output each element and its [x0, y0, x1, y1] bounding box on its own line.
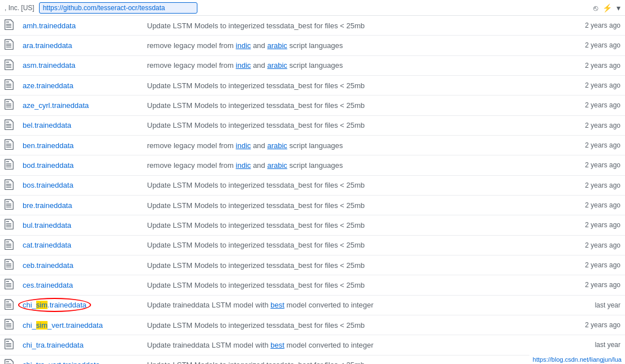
file-name-link[interactable]: aze_cyrl.traineddata — [23, 101, 89, 110]
file-type-icon — [0, 55, 18, 75]
commit-time: 2 years ago — [539, 275, 625, 295]
file-name-cell: chi_sim.traineddata — [18, 295, 143, 315]
file-name-link[interactable]: cat.traineddata — [23, 241, 71, 249]
file-name-link[interactable]: chi_sim.traineddata — [23, 301, 87, 309]
commit-message: Update LSTM Models to integerized tessda… — [143, 16, 539, 36]
table-row: cat.traineddataUpdate LSTM Models to int… — [0, 235, 625, 255]
file-name-link[interactable]: chi_tra_vert.traineddata — [23, 361, 100, 364]
file-name-link[interactable]: chi_tra.traineddata — [23, 341, 84, 349]
commit-message: Update LSTM Models to integerized tessda… — [143, 355, 539, 364]
commit-message: Update LSTM Models to integerized tessda… — [143, 96, 539, 115]
file-name-cell: bos.traineddata — [18, 175, 143, 195]
bolt-icon[interactable]: ⚡ — [602, 3, 612, 12]
file-type-icon — [0, 115, 18, 135]
table-row: chi_sim_vert.traineddataUpdate LSTM Mode… — [0, 315, 625, 335]
file-name-link[interactable]: asm.traineddata — [23, 61, 75, 70]
file-name-link[interactable]: bod.traineddata — [23, 161, 74, 170]
table-row: asm.traineddataremove legacy model from … — [0, 55, 625, 75]
commit-time: 2 years ago — [539, 155, 625, 175]
file-name-cell: amh.traineddata — [18, 16, 143, 36]
file-name-cell: chi_tra.traineddata — [18, 335, 143, 355]
commit-time: 2 years ago — [539, 315, 625, 335]
commit-message: remove legacy model from indic and arabi… — [143, 155, 539, 175]
file-name-cell: chi_sim_vert.traineddata — [18, 315, 143, 335]
file-name-link[interactable]: ben.traineddata — [23, 141, 74, 150]
file-name-link[interactable]: chi_sim_vert.traineddata — [23, 321, 103, 330]
file-name-cell: ces.traineddata — [18, 275, 143, 295]
file-name-cell: aze.traineddata — [18, 75, 143, 95]
file-type-icon — [0, 36, 18, 55]
commit-time: 2 years ago — [539, 235, 625, 255]
toolbar-icons: ⎋ ⚡ ▾ — [593, 3, 620, 12]
file-type-icon — [0, 16, 18, 36]
file-name-link[interactable]: amh.traineddata — [23, 21, 76, 30]
commit-message: Update LSTM Models to integerized tessda… — [143, 215, 539, 235]
commit-time: 2 years ago — [539, 75, 625, 95]
table-row: aze.traineddataUpdate LSTM Models to int… — [0, 75, 625, 95]
commit-time: 2 years ago — [539, 115, 625, 135]
table-row: bre.traineddataUpdate LSTM Models to int… — [0, 195, 625, 215]
file-name-link[interactable]: bre.traineddata — [23, 201, 72, 210]
file-name-cell: ceb.traineddata — [18, 255, 143, 275]
commit-message: Update LSTM Models to integerized tessda… — [143, 115, 539, 135]
file-type-icon — [0, 255, 18, 275]
url-bar[interactable]: https://github.com/tesseract-ocr/tessdat… — [39, 2, 197, 14]
commit-time: 2 years ago — [539, 16, 625, 36]
file-name-link[interactable]: bel.traineddata — [23, 121, 71, 129]
file-name-link[interactable]: ara.traineddata — [23, 41, 72, 50]
file-type-icon — [0, 355, 18, 364]
commit-message: Update traineddata LSTM model with best … — [143, 335, 539, 355]
commit-message: remove legacy model from indic and arabi… — [143, 36, 539, 55]
table-row: amh.traineddataUpdate LSTM Models to int… — [0, 16, 625, 36]
table-row: chi_tra.traineddataUpdate traineddata LS… — [0, 335, 625, 355]
org-label: , Inc. [US] — [5, 4, 35, 12]
top-bar: , Inc. [US] https://github.com/tesseract… — [0, 0, 625, 16]
file-name-link[interactable]: ces.traineddata — [23, 281, 73, 289]
file-name-link[interactable]: aze.traineddata — [23, 81, 74, 90]
file-type-icon — [0, 235, 18, 255]
file-table: amh.traineddataUpdate LSTM Models to int… — [0, 16, 625, 364]
table-row: aze_cyrl.traineddataUpdate LSTM Models t… — [0, 96, 625, 115]
table-row: bul.traineddataUpdate LSTM Models to int… — [0, 215, 625, 235]
commit-time: 2 years ago — [539, 215, 625, 235]
file-type-icon — [0, 155, 18, 175]
file-type-icon — [0, 75, 18, 95]
table-row: ben.traineddataremove legacy model from … — [0, 135, 625, 155]
commit-message: Update traineddata LSTM model with best … — [143, 295, 539, 315]
table-row: bos.traineddataUpdate LSTM Models to int… — [0, 175, 625, 195]
file-type-icon — [0, 96, 18, 115]
commit-message: remove legacy model from indic and arabi… — [143, 55, 539, 75]
file-type-icon — [0, 275, 18, 295]
file-name-cell: bre.traineddata — [18, 195, 143, 215]
table-row: ara.traineddataremove legacy model from … — [0, 36, 625, 55]
table-row: bel.traineddataUpdate LSTM Models to int… — [0, 115, 625, 135]
file-name-cell: chi_tra_vert.traineddata — [18, 355, 143, 364]
commit-time: 2 years ago — [539, 55, 625, 75]
share-icon[interactable]: ⎋ — [593, 3, 598, 12]
commit-message: Update LSTM Models to integerized tessda… — [143, 235, 539, 255]
commit-time: 2 years ago — [539, 175, 625, 195]
commit-time: last year — [539, 295, 625, 315]
commit-message: Update LSTM Models to integerized tessda… — [143, 175, 539, 195]
commit-message: remove legacy model from indic and arabi… — [143, 135, 539, 155]
file-name-cell: bod.traineddata — [18, 155, 143, 175]
commit-message: Update LSTM Models to integerized tessda… — [143, 255, 539, 275]
bottom-status-bar: https://blog.csdn.net/liangjun/lua — [529, 355, 625, 364]
file-name-link[interactable]: ceb.traineddata — [23, 261, 74, 270]
commit-time: last year — [539, 335, 625, 355]
commit-message: Update LSTM Models to integerized tessda… — [143, 195, 539, 215]
file-name-link[interactable]: bos.traineddata — [23, 181, 74, 189]
file-name-cell: bel.traineddata — [18, 115, 143, 135]
file-type-icon — [0, 195, 18, 215]
file-name-cell: asm.traineddata — [18, 55, 143, 75]
dropdown-icon[interactable]: ▾ — [617, 3, 620, 12]
commit-message: Update LSTM Models to integerized tessda… — [143, 75, 539, 95]
file-type-icon — [0, 335, 18, 355]
file-type-icon — [0, 295, 18, 315]
file-name-cell: bul.traineddata — [18, 215, 143, 235]
file-name-cell: ben.traineddata — [18, 135, 143, 155]
commit-time: 2 years ago — [539, 96, 625, 115]
file-type-icon — [0, 135, 18, 155]
table-row: bod.traineddataremove legacy model from … — [0, 155, 625, 175]
file-name-link[interactable]: bul.traineddata — [23, 221, 71, 229]
